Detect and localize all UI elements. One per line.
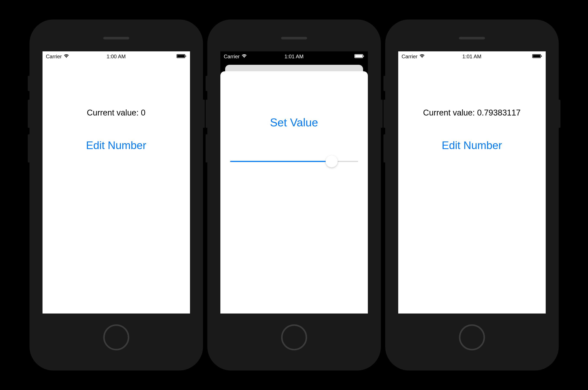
modal-sheet: Set Value [220,71,368,313]
battery-icon [176,53,186,60]
phone-frame-1: Carrier 1:00 AM Current value: 0 Edit Nu… [29,19,203,371]
svg-rect-2 [185,55,186,57]
mute-switch [206,76,208,91]
speaker-grille [459,37,485,40]
svg-rect-1 [177,55,184,57]
power-button [380,100,383,128]
power-button [203,100,205,128]
home-button[interactable] [281,324,307,350]
value-slider[interactable] [230,157,358,166]
speaker-grille [281,37,307,40]
time-label: 1:01 AM [462,53,481,60]
power-button [558,100,560,128]
screen-3: Carrier 1:01 AM Current value: 0.7938311… [398,51,546,313]
content-area: Current value: 0.79383117 Edit Number [398,61,546,152]
time-label: 1:01 AM [284,53,303,60]
battery-icon [532,53,542,60]
slider-thumb[interactable] [326,155,338,167]
volume-up-button [28,100,30,128]
svg-rect-4 [355,55,362,57]
current-value-label: Current value: 0 [87,108,145,117]
time-label: 1:00 AM [107,53,125,60]
edit-number-button[interactable]: Edit Number [86,139,146,152]
phone-body: Carrier 1:01 AM Set Value [212,25,377,365]
status-bar: Carrier 1:01 AM [398,51,546,61]
speaker-grille [103,37,129,40]
volume-up-button [206,100,208,128]
carrier-label: Carrier [402,53,417,60]
home-button[interactable] [103,324,129,350]
volume-up-button [383,100,386,128]
svg-rect-7 [533,55,540,57]
wifi-icon [419,53,425,60]
svg-rect-8 [541,55,542,57]
mute-switch [28,76,30,91]
phone-frame-3: Carrier 1:01 AM Current value: 0.7938311… [385,19,559,371]
phone-frame-2: Carrier 1:01 AM Set Value [207,19,381,371]
phone-body: Carrier 1:01 AM Current value: 0.7938311… [390,25,554,365]
status-bar: Carrier 1:01 AM [220,51,368,61]
wifi-icon [241,53,247,60]
edit-number-button[interactable]: Edit Number [442,139,502,152]
volume-down-button [383,134,386,162]
home-button[interactable] [459,324,485,350]
volume-down-button [28,134,30,162]
content-area: Current value: 0 Edit Number [43,61,190,152]
carrier-label: Carrier [46,53,62,60]
carrier-label: Carrier [224,53,240,60]
svg-rect-5 [363,55,364,57]
wifi-icon [63,53,69,60]
mute-switch [383,76,386,91]
screen-2: Carrier 1:01 AM Set Value [220,51,368,313]
set-value-button[interactable]: Set Value [270,116,318,129]
battery-icon [354,53,364,60]
current-value-label: Current value: 0.79383117 [423,108,521,117]
screen-1: Carrier 1:00 AM Current value: 0 Edit Nu… [43,51,190,313]
status-bar: Carrier 1:00 AM [43,51,190,61]
volume-down-button [206,134,208,162]
slider-fill [230,161,332,162]
phone-body: Carrier 1:00 AM Current value: 0 Edit Nu… [34,25,199,365]
